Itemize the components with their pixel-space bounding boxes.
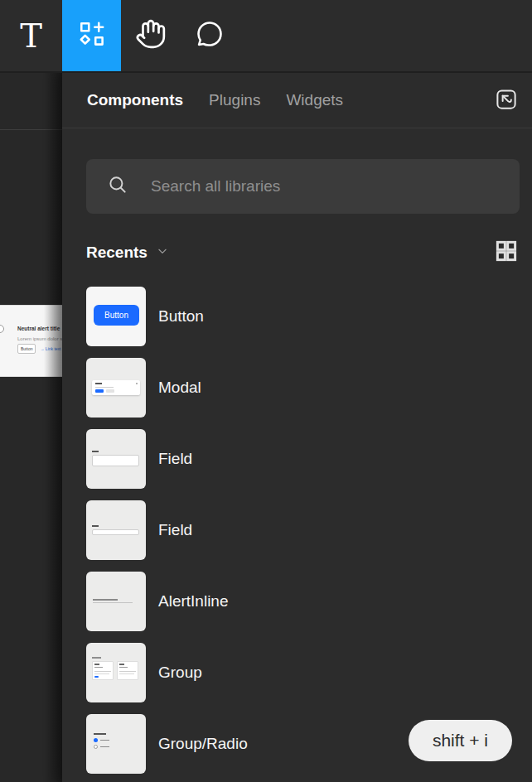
tab-components[interactable]: Components [87, 91, 183, 109]
component-item-modal[interactable]: Modal [86, 358, 532, 418]
search-bar[interactable] [86, 159, 520, 214]
component-label: Modal [158, 379, 201, 397]
button-preview-thumbnail: Button [86, 287, 146, 346]
component-list: Button Button Modal Field [86, 287, 532, 774]
component-label: Field [158, 521, 192, 539]
panel-shadow [44, 73, 62, 782]
component-item-group[interactable]: Group [86, 643, 532, 702]
popout-panel-button[interactable] [491, 85, 522, 117]
component-label: Field [158, 450, 192, 468]
alert-actions: Button → Link text [17, 344, 60, 354]
hand-icon [135, 18, 167, 53]
tab-widgets[interactable]: Widgets [286, 91, 343, 109]
component-item-field[interactable]: Field [86, 429, 532, 489]
alert-link-label: Link text [46, 346, 61, 351]
text-tool-button[interactable]: T [0, 0, 62, 71]
group-preview-thumbnail [86, 643, 146, 702]
recents-header-row: Recents [86, 239, 520, 266]
component-label: Group [158, 664, 202, 682]
mini-button-shape: Button [94, 305, 139, 326]
alert-inline-preview-thumbnail [86, 572, 146, 631]
chevron-down-icon [157, 245, 168, 260]
component-item-button[interactable]: Button Button [86, 287, 532, 346]
resources-panel: Components Plugins Widgets Recents [62, 73, 532, 782]
grid-view-icon [494, 239, 519, 267]
field-preview-thumbnail [86, 429, 146, 489]
recents-dropdown[interactable]: Recents [86, 244, 168, 262]
search-icon [107, 174, 128, 199]
arrow-right-icon: → [40, 346, 44, 351]
component-item-alertinline[interactable]: AlertInline [86, 572, 532, 631]
tab-plugins[interactable]: Plugins [209, 91, 260, 109]
canvas-alert-component[interactable]: Neutral alert title Lorem ipsum dolor si… [0, 305, 62, 377]
toolbar: T [0, 0, 532, 73]
alert-link[interactable]: → Link text [40, 346, 60, 351]
mini-modal-shape [92, 380, 140, 395]
canvas-area[interactable]: Neutral alert title Lorem ipsum dolor si… [0, 73, 62, 782]
canvas-section-divider [0, 129, 62, 130]
panel-header: Components Plugins Widgets [62, 73, 532, 128]
component-item-field-2[interactable]: Field [86, 500, 532, 560]
comment-tool-button[interactable] [180, 0, 239, 71]
components-icon [77, 19, 107, 52]
component-label: AlertInline [158, 592, 229, 611]
modal-preview-thumbnail [86, 358, 146, 418]
radio-unselected-icon [94, 745, 98, 749]
alert-title: Neutral alert title [17, 326, 60, 331]
component-label: Group/Radio [158, 735, 248, 753]
recents-title: Recents [86, 244, 148, 262]
comment-bubble-icon [195, 19, 225, 52]
panel-tabs: Components Plugins Widgets [87, 91, 343, 109]
grid-view-toggle-button[interactable] [493, 239, 520, 266]
open-in-new-window-icon [494, 87, 519, 115]
hand-tool-button[interactable] [121, 0, 180, 71]
components-tool-button[interactable] [62, 0, 121, 71]
info-icon [0, 325, 4, 333]
component-label: Button [158, 307, 204, 326]
search-input[interactable] [151, 177, 503, 196]
alert-button[interactable]: Button [17, 344, 36, 354]
group-radio-preview-thumbnail [86, 714, 146, 774]
text-tool-icon: T [20, 19, 42, 52]
keyboard-shortcut-badge: shift + i [409, 720, 512, 761]
field-small-preview-thumbnail [86, 500, 146, 560]
radio-selected-icon [94, 738, 98, 742]
